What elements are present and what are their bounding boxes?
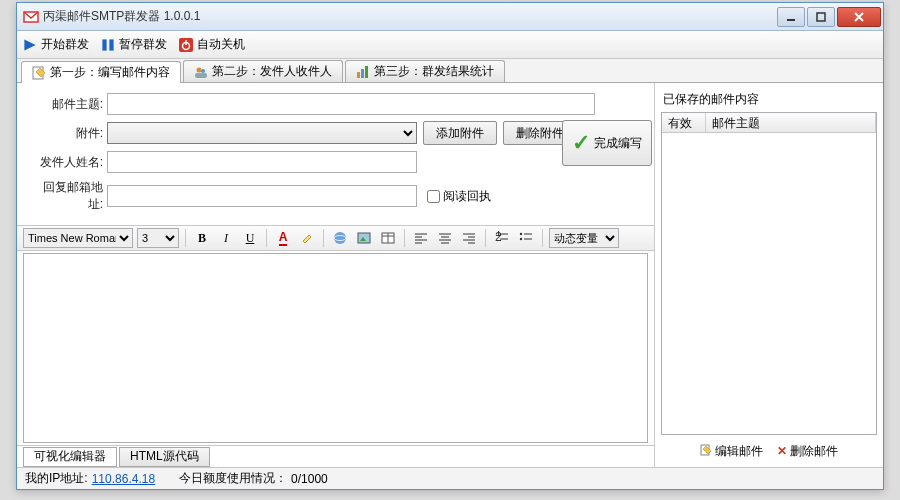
read-receipt-label: 阅读回执 (443, 188, 491, 205)
finish-compose-button[interactable]: ✓ 完成编写 (562, 120, 652, 166)
editor-mode-tabs: 可视化编辑器 HTML源代码 (17, 445, 654, 467)
link-button[interactable] (330, 228, 350, 248)
reply-email-label: 回复邮箱地址: (29, 179, 107, 213)
step-tabs: 第一步：编写邮件内容 第二步：发件人收件人 第三步：群发结果统计 (17, 59, 883, 83)
delete-mail-label: 删除邮件 (790, 443, 838, 460)
separator (542, 229, 543, 247)
finish-compose-label: 完成编写 (594, 135, 642, 152)
add-attachment-button[interactable]: 添加附件 (423, 121, 497, 145)
svg-rect-2 (817, 13, 825, 21)
align-right-button[interactable] (459, 228, 479, 248)
font-color-button[interactable]: A (273, 228, 293, 248)
separator (185, 229, 186, 247)
unordered-list-button[interactable] (516, 228, 536, 248)
svg-rect-6 (102, 39, 106, 50)
svg-marker-5 (24, 39, 35, 50)
svg-rect-14 (195, 73, 207, 78)
main-toolbar: 开始群发 暂停群发 自动关机 (17, 31, 883, 59)
separator (323, 229, 324, 247)
separator (404, 229, 405, 247)
svg-rect-16 (361, 69, 364, 78)
attachment-select[interactable] (107, 122, 417, 144)
quota-label: 今日额度使用情况： (179, 470, 287, 487)
svg-rect-7 (109, 39, 113, 50)
edit-mail-button[interactable]: 编辑邮件 (700, 443, 763, 460)
play-icon (23, 38, 37, 52)
auto-shutdown-label: 自动关机 (197, 36, 245, 53)
app-icon (23, 9, 39, 25)
editor-textarea[interactable] (23, 253, 648, 443)
edit-icon (32, 66, 46, 80)
editor-toolbar: Times New Roman 3 B I U A 12 (17, 225, 654, 251)
svg-rect-20 (358, 233, 370, 243)
svg-point-41 (520, 233, 522, 235)
tab-step3[interactable]: 第三步：群发结果统计 (345, 60, 505, 82)
ip-link[interactable]: 110.86.4.18 (92, 472, 155, 486)
saved-mail-actions: 编辑邮件 ✕ 删除邮件 (661, 439, 877, 463)
html-source-tab[interactable]: HTML源代码 (119, 447, 210, 467)
left-panel: 邮件主题: 附件: 添加附件 删除附件 发件人姓名: 回复邮箱地址: (17, 83, 655, 467)
app-window: 丙渠邮件SMTP群发器 1.0.0.1 开始群发 暂停群发 自动关机 第一步：编… (16, 2, 884, 490)
attachment-label: 附件: (29, 125, 107, 142)
start-send-label: 开始群发 (41, 36, 89, 53)
tab-step1-label: 第一步：编写邮件内容 (50, 64, 170, 81)
italic-button[interactable]: I (216, 228, 236, 248)
svg-point-43 (520, 238, 522, 240)
svg-point-12 (197, 67, 202, 72)
tab-step1[interactable]: 第一步：编写邮件内容 (21, 61, 181, 83)
delete-icon: ✕ (777, 444, 787, 458)
checkmark-icon: ✓ (572, 130, 590, 156)
underline-button[interactable]: U (240, 228, 260, 248)
status-bar: 我的IP地址: 110.86.4.18 今日额度使用情况： 0/1000 (17, 467, 883, 489)
svg-point-13 (201, 69, 205, 73)
saved-mails-list[interactable]: 有效 邮件主题 (661, 112, 877, 435)
power-icon (179, 38, 193, 52)
sender-name-input[interactable] (107, 151, 417, 173)
tab-step2[interactable]: 第二步：发件人收件人 (183, 60, 343, 82)
visual-editor-tab[interactable]: 可视化编辑器 (23, 447, 117, 467)
minimize-button[interactable] (777, 7, 805, 27)
align-left-button[interactable] (411, 228, 431, 248)
auto-shutdown-button[interactable]: 自动关机 (179, 36, 245, 53)
read-receipt-checkbox[interactable] (427, 190, 440, 203)
pause-send-label: 暂停群发 (119, 36, 167, 53)
align-center-button[interactable] (435, 228, 455, 248)
saved-mails-title: 已保存的邮件内容 (663, 91, 877, 108)
ordered-list-button[interactable]: 12 (492, 228, 512, 248)
window-title: 丙渠邮件SMTP群发器 1.0.0.1 (43, 8, 777, 25)
quota-value: 0/1000 (291, 472, 328, 486)
dynamic-variable-select[interactable]: 动态变量 (549, 228, 619, 248)
right-panel: 已保存的邮件内容 有效 邮件主题 编辑邮件 ✕ 删除邮件 (655, 83, 883, 467)
col-valid: 有效 (662, 113, 706, 132)
subject-input[interactable] (107, 93, 595, 115)
svg-rect-17 (365, 66, 368, 78)
subject-label: 邮件主题: (29, 96, 107, 113)
people-icon (194, 65, 208, 79)
sender-name-label: 发件人姓名: (29, 154, 107, 171)
saved-list-header: 有效 邮件主题 (662, 113, 876, 133)
font-size-select[interactable]: 3 (137, 228, 179, 248)
svg-text:2: 2 (495, 231, 502, 244)
maximize-button[interactable] (807, 7, 835, 27)
close-button[interactable] (837, 7, 881, 27)
ip-label: 我的IP地址: (25, 470, 88, 487)
bold-button[interactable]: B (192, 228, 212, 248)
window-controls (777, 7, 881, 27)
font-family-select[interactable]: Times New Roman (23, 228, 133, 248)
delete-mail-button[interactable]: ✕ 删除邮件 (777, 443, 838, 460)
edit-icon (700, 444, 712, 459)
edit-mail-label: 编辑邮件 (715, 443, 763, 460)
svg-rect-15 (357, 72, 360, 78)
reply-email-input[interactable] (107, 185, 417, 207)
highlight-button[interactable] (297, 228, 317, 248)
start-send-button[interactable]: 开始群发 (23, 36, 89, 53)
titlebar: 丙渠邮件SMTP群发器 1.0.0.1 (17, 3, 883, 31)
pause-send-button[interactable]: 暂停群发 (101, 36, 167, 53)
main-area: 邮件主题: 附件: 添加附件 删除附件 发件人姓名: 回复邮箱地址: (17, 83, 883, 467)
image-button[interactable] (354, 228, 374, 248)
table-button[interactable] (378, 228, 398, 248)
separator (485, 229, 486, 247)
col-subject: 邮件主题 (706, 113, 876, 132)
compose-form: 邮件主题: 附件: 添加附件 删除附件 发件人姓名: 回复邮箱地址: (17, 83, 654, 225)
pause-icon (101, 38, 115, 52)
